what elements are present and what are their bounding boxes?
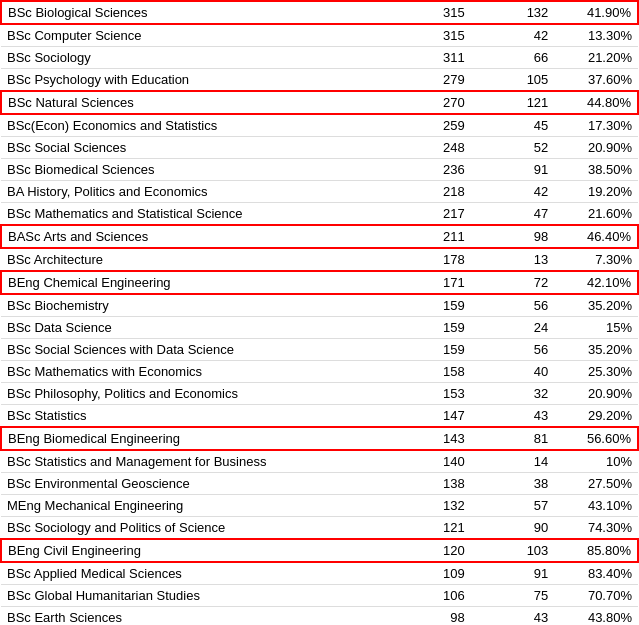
table-row: BSc Mathematics and Statistical Science2… — [1, 203, 638, 226]
program-name: BSc Environmental Geoscience — [1, 473, 387, 495]
table-row: BSc Philosophy, Politics and Economics15… — [1, 383, 638, 405]
col1-value: 211 — [387, 225, 471, 248]
table-row: BSc Biomedical Sciences2369138.50% — [1, 159, 638, 181]
table-row: BA History, Politics and Economics218421… — [1, 181, 638, 203]
table-row: BSc Natural Sciences27012144.80% — [1, 91, 638, 114]
table-row: BSc Computer Science3154213.30% — [1, 24, 638, 47]
program-name: BSc Philosophy, Politics and Economics — [1, 383, 387, 405]
col1-value: 153 — [387, 383, 471, 405]
col1-value: 109 — [387, 562, 471, 585]
col2-value: 56 — [471, 294, 555, 317]
col2-value: 103 — [471, 539, 555, 562]
table-row: BSc Mathematics with Economics1584025.30… — [1, 361, 638, 383]
col2-value: 13 — [471, 248, 555, 271]
col3-value: 70.70% — [554, 585, 638, 607]
table-row: BSc Sociology3116621.20% — [1, 47, 638, 69]
program-name: BSc Sociology and Politics of Science — [1, 517, 387, 540]
col1-value: 140 — [387, 450, 471, 473]
col1-value: 217 — [387, 203, 471, 226]
col3-value: 43.10% — [554, 495, 638, 517]
program-name: BSc(Econ) Economics and Statistics — [1, 114, 387, 137]
program-name: BEng Civil Engineering — [1, 539, 387, 562]
col3-value: 7.30% — [554, 248, 638, 271]
col1-value: 158 — [387, 361, 471, 383]
program-name: MEng Mechanical Engineering — [1, 495, 387, 517]
table-row: BEng Biomedical Engineering1438156.60% — [1, 427, 638, 450]
program-name: BSc Global Humanitarian Studies — [1, 585, 387, 607]
col1-value: 171 — [387, 271, 471, 294]
col2-value: 24 — [471, 317, 555, 339]
col3-value: 27.50% — [554, 473, 638, 495]
col2-value: 40 — [471, 361, 555, 383]
col3-value: 85.80% — [554, 539, 638, 562]
col3-value: 83.40% — [554, 562, 638, 585]
program-name: BSc Applied Medical Sciences — [1, 562, 387, 585]
program-name: BSc Social Sciences — [1, 137, 387, 159]
table-row: BASc Arts and Sciences2119846.40% — [1, 225, 638, 248]
program-name: BSc Sociology — [1, 47, 387, 69]
col1-value: 147 — [387, 405, 471, 428]
program-name: BSc Data Science — [1, 317, 387, 339]
table-row: BSc Data Science1592415% — [1, 317, 638, 339]
col3-value: 21.60% — [554, 203, 638, 226]
col2-value: 57 — [471, 495, 555, 517]
col2-value: 52 — [471, 137, 555, 159]
program-name: BSc Biological Sciences — [1, 1, 387, 24]
col2-value: 14 — [471, 450, 555, 473]
col3-value: 35.20% — [554, 294, 638, 317]
table-row: BEng Civil Engineering12010385.80% — [1, 539, 638, 562]
program-name: BSc Earth Sciences — [1, 607, 387, 626]
col3-value: 74.30% — [554, 517, 638, 540]
table-row: BSc Psychology with Education27910537.60… — [1, 69, 638, 92]
col3-value: 37.60% — [554, 69, 638, 92]
col2-value: 38 — [471, 473, 555, 495]
table-row: BSc Social Sciences with Data Science159… — [1, 339, 638, 361]
col1-value: 120 — [387, 539, 471, 562]
col2-value: 91 — [471, 159, 555, 181]
col2-value: 90 — [471, 517, 555, 540]
col2-value: 56 — [471, 339, 555, 361]
program-name: BA History, Politics and Economics — [1, 181, 387, 203]
col2-value: 43 — [471, 607, 555, 626]
col1-value: 178 — [387, 248, 471, 271]
col2-value: 121 — [471, 91, 555, 114]
program-name: BEng Chemical Engineering — [1, 271, 387, 294]
table-row: BSc Earth Sciences984343.80% — [1, 607, 638, 626]
col2-value: 105 — [471, 69, 555, 92]
table-row: BSc Social Sciences2485220.90% — [1, 137, 638, 159]
col1-value: 98 — [387, 607, 471, 626]
col1-value: 315 — [387, 1, 471, 24]
col3-value: 20.90% — [554, 137, 638, 159]
col1-value: 315 — [387, 24, 471, 47]
col3-value: 46.40% — [554, 225, 638, 248]
program-name: BSc Statistics and Management for Busine… — [1, 450, 387, 473]
col2-value: 98 — [471, 225, 555, 248]
program-name: BSc Natural Sciences — [1, 91, 387, 114]
col2-value: 42 — [471, 181, 555, 203]
col1-value: 159 — [387, 317, 471, 339]
col3-value: 21.20% — [554, 47, 638, 69]
col3-value: 17.30% — [554, 114, 638, 137]
col3-value: 56.60% — [554, 427, 638, 450]
table-row: BSc Statistics and Management for Busine… — [1, 450, 638, 473]
data-table: BSc Biological Sciences31513241.90%BSc C… — [0, 0, 639, 625]
col1-value: 106 — [387, 585, 471, 607]
col2-value: 43 — [471, 405, 555, 428]
col2-value: 66 — [471, 47, 555, 69]
col1-value: 236 — [387, 159, 471, 181]
col3-value: 29.20% — [554, 405, 638, 428]
col1-value: 121 — [387, 517, 471, 540]
col3-value: 20.90% — [554, 383, 638, 405]
col3-value: 13.30% — [554, 24, 638, 47]
col3-value: 15% — [554, 317, 638, 339]
col1-value: 259 — [387, 114, 471, 137]
program-name: BEng Biomedical Engineering — [1, 427, 387, 450]
col3-value: 44.80% — [554, 91, 638, 114]
col1-value: 279 — [387, 69, 471, 92]
table-row: BSc(Econ) Economics and Statistics259451… — [1, 114, 638, 137]
col2-value: 47 — [471, 203, 555, 226]
col2-value: 132 — [471, 1, 555, 24]
col2-value: 81 — [471, 427, 555, 450]
col1-value: 143 — [387, 427, 471, 450]
col3-value: 35.20% — [554, 339, 638, 361]
